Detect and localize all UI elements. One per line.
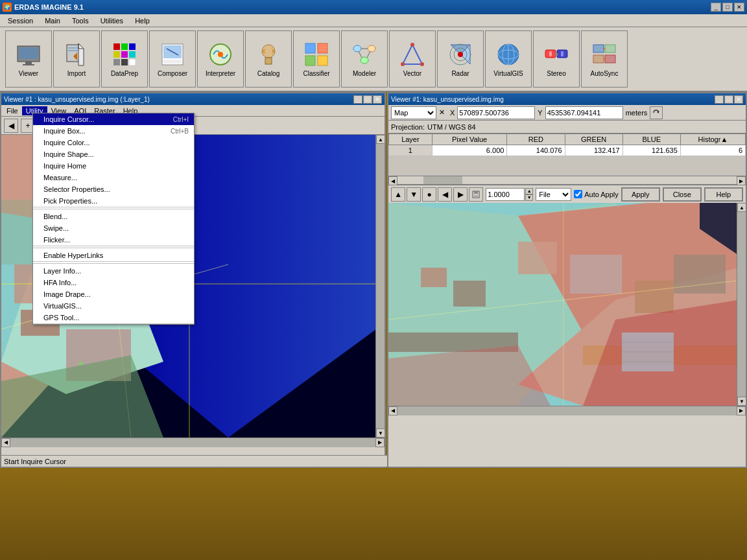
scale-down-btn[interactable]: ▼ [525, 194, 533, 201]
svg-line-39 [367, 51, 370, 58]
toolbar-interpreter[interactable]: Interpreter [197, 30, 244, 88]
toolbar-import[interactable]: Import [53, 30, 100, 88]
viewer1-vscroll[interactable]: ▲ ▼ [375, 135, 385, 438]
scroll-track-v[interactable] [376, 144, 385, 428]
play-prev-btn[interactable]: ▼ [407, 187, 421, 202]
play-fwd-btn[interactable]: ▶ [453, 187, 468, 202]
menu-item-inquire-color[interactable]: Inquire Color... [33, 137, 194, 148]
close-btn[interactable]: ✕ [734, 3, 744, 12]
v2-scroll-down[interactable]: ▼ [737, 397, 746, 406]
x-coord-input[interactable] [457, 106, 535, 119]
import-icon [64, 41, 89, 67]
viewer2-minimize[interactable]: _ [715, 95, 724, 104]
scroll-track-h[interactable] [10, 438, 375, 447]
menu-item-swipe[interactable]: Swipe... [33, 222, 194, 234]
menu-item-layer-info[interactable]: Layer Info... [33, 265, 194, 277]
menu-main[interactable]: Main [40, 16, 65, 26]
menu-item-measure[interactable]: Measure... [33, 172, 194, 183]
play-stop-btn[interactable]: ● [422, 187, 436, 202]
menu-session[interactable]: Session [3, 16, 38, 26]
col-pixel-value: Pixel Value [432, 134, 507, 145]
menu-item-blend[interactable]: Blend... [33, 211, 194, 222]
menu-item-pick-properties[interactable]: Pick Properties... [33, 195, 194, 207]
viewer1-maximize[interactable]: □ [363, 95, 372, 104]
help-button[interactable]: Help [704, 187, 743, 202]
viewer2-maximize[interactable]: □ [724, 95, 733, 104]
play-back-btn[interactable]: ◀ [438, 187, 452, 202]
file-select[interactable]: File [536, 188, 571, 201]
menu-item-selector-properties[interactable]: Selector Properties... [33, 183, 194, 195]
viewer1-title-text: Viewer #1 : kasu_unsupervised.img.img (:… [4, 96, 150, 103]
toolbar-modeler[interactable]: Modeler [341, 30, 388, 88]
v2-hscroll-track[interactable] [397, 406, 737, 415]
refresh-btn[interactable] [650, 106, 663, 119]
menu-item-inquire-cursor[interactable]: Inquire Cursor... Ctrl+I [33, 113, 194, 125]
toolbar-dataprep[interactable]: DataPrep [101, 30, 148, 88]
menu-item-inquire-shape[interactable]: Inquire Shape... [33, 148, 194, 160]
minimize-btn[interactable]: _ [711, 3, 721, 12]
menu-item-inquire-home[interactable]: Inquire Home [33, 160, 194, 172]
v2-scroll-track[interactable] [737, 212, 746, 397]
viewer2-vscroll[interactable]: ▲ ▼ [737, 203, 746, 406]
toolbar-vector[interactable]: Vector [389, 30, 436, 88]
close-button[interactable]: Close [663, 187, 702, 202]
toolbar-radar[interactable]: Radar [437, 30, 484, 88]
inquire-cursor-shortcut: Ctrl+I [173, 116, 189, 123]
menu-utilities[interactable]: Utilities [95, 16, 128, 26]
tool-pan-left[interactable]: ◀ [4, 119, 18, 133]
menu-tools[interactable]: Tools [67, 16, 94, 26]
menu-item-enable-hyperlinks[interactable]: Enable HyperLinks [33, 250, 194, 261]
y-label: Y [538, 109, 542, 117]
menu-item-virtualgis[interactable]: VirtualGIS... [33, 300, 194, 312]
viewer2-satellite-image[interactable] [388, 203, 737, 406]
close-coord-btn[interactable]: ✕ [439, 108, 445, 117]
menu-item-image-drape[interactable]: Image Drape... [33, 288, 194, 300]
apply-button[interactable]: Apply [621, 187, 660, 202]
viewer1-hscroll[interactable]: ◀ ▶ [1, 438, 385, 447]
menu-help[interactable]: Help [130, 16, 155, 26]
scale-input[interactable] [486, 188, 525, 201]
viewer1-close[interactable]: ✕ [373, 95, 382, 104]
viewer2-table-scroll[interactable]: ◀ ▶ [388, 176, 746, 185]
v2-hscroll-left[interactable]: ◀ [388, 406, 397, 415]
play-save-btn[interactable] [469, 187, 483, 202]
svg-rect-12 [121, 43, 128, 50]
viewer1-controls: _ □ ✕ [353, 95, 382, 104]
svg-rect-19 [129, 59, 136, 65]
row1-layer: 1 [389, 145, 433, 156]
viewer1-minimize[interactable]: _ [353, 95, 362, 104]
scroll-right-btn[interactable]: ▶ [375, 438, 385, 447]
toolbar-viewer[interactable]: Viewer [5, 30, 52, 88]
viewer2-proj-bar: Projection: UTM / WGS 84 [388, 121, 746, 134]
viewer2-close[interactable]: ✕ [734, 95, 743, 104]
toolbar-virtualgis[interactable]: VirtualGIS [485, 30, 532, 88]
menu-item-hfa-info[interactable]: HFA Info... [33, 277, 194, 288]
toolbar-stereo[interactable]: Stereo [533, 30, 580, 88]
scale-spinner[interactable]: ▲ ▼ [525, 188, 533, 201]
svg-rect-30 [305, 43, 315, 53]
coord-mode-select[interactable]: Map Geo Pixel [391, 106, 436, 119]
v2-scroll-up[interactable]: ▲ [737, 203, 746, 212]
scroll-down-btn[interactable]: ▼ [376, 428, 385, 438]
menu-item-inquire-box[interactable]: Inquire Box... Ctrl+B [33, 125, 194, 137]
viewer1-menu-file[interactable]: File [3, 106, 22, 115]
viewer2-hscroll[interactable]: ◀ ▶ [388, 406, 746, 415]
toolbar-catalog[interactable]: Catalog [245, 30, 292, 88]
table-scroll-track[interactable] [397, 176, 737, 184]
y-coord-input[interactable] [545, 106, 623, 119]
auto-apply-checkbox[interactable] [574, 190, 582, 198]
play-first-btn[interactable]: ▲ [391, 187, 405, 202]
menu-item-gps-tool[interactable]: GPS Tool... [33, 312, 194, 323]
menu-item-flicker[interactable]: Flicker... [33, 234, 194, 246]
toolbar-autosync[interactable]: AutoSync [581, 30, 628, 88]
scale-up-btn[interactable]: ▲ [525, 188, 533, 194]
auto-apply-label[interactable]: Auto Apply [574, 190, 619, 198]
scroll-left-btn[interactable]: ◀ [1, 438, 10, 447]
maximize-btn[interactable]: □ [722, 3, 733, 12]
scroll-up-btn[interactable]: ▲ [376, 135, 385, 144]
toolbar-classifier[interactable]: Classifier [293, 30, 340, 88]
v2-hscroll-right[interactable]: ▶ [737, 406, 746, 415]
toolbar-composer[interactable]: Composer [149, 30, 196, 88]
table-scroll-left[interactable]: ◀ [388, 176, 397, 185]
table-scroll-right[interactable]: ▶ [737, 176, 746, 185]
